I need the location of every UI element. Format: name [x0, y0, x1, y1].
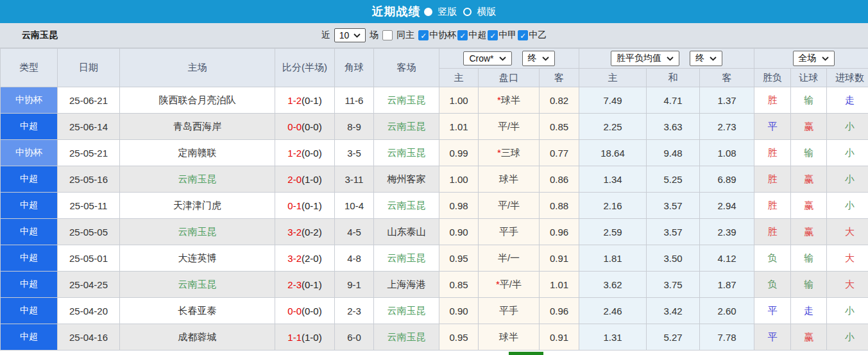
- handicap-cell: 平/半: [479, 114, 540, 140]
- avg-header-group: 胜平负均值 终: [579, 49, 754, 69]
- score-cell[interactable]: 0-1(0-1): [275, 193, 335, 219]
- league-checkbox[interactable]: ✓: [418, 30, 429, 40]
- avg-away-cell: 1.87: [700, 272, 754, 298]
- odds-time-left-value: 终: [528, 53, 537, 64]
- avg-type-select-value: 胜平负均值: [617, 53, 661, 64]
- home-team-cell[interactable]: 云南玉昆: [120, 272, 275, 298]
- col-header-avg-home: 主: [579, 69, 647, 87]
- fulltime-score: 3-2: [287, 253, 302, 264]
- fulltime-score: 0-0: [287, 121, 302, 132]
- score-cell[interactable]: 0-0(0-0): [275, 298, 335, 324]
- handicap-result-cell: 赢: [791, 114, 827, 140]
- away-team-cell[interactable]: 梅州客家: [374, 166, 439, 193]
- bookmaker-select-value: Crow*: [469, 53, 493, 64]
- home-team-cell[interactable]: 云南玉昆: [120, 219, 275, 245]
- scope-select-value: 全场: [799, 53, 817, 64]
- league-badge: 中超: [1, 298, 58, 324]
- odds-home-cell: 1.00: [439, 87, 479, 114]
- odds-time-select-right[interactable]: 终: [690, 51, 722, 66]
- handicap-value: 三球: [501, 147, 520, 158]
- team-name: 云南玉昆: [22, 30, 58, 41]
- league-badge: 中超: [1, 219, 58, 245]
- handicap-result-cell: 走: [791, 298, 827, 324]
- league-checkbox-label: 中乙: [529, 30, 547, 41]
- home-team-cell[interactable]: 定南赣联: [120, 140, 275, 166]
- match-row: 中协杯25-05-21定南赣联1-2(0-0)3-5云南玉昆0.99*三球0.7…: [1, 140, 868, 166]
- table-header: 类型 日期 主场 比分(半场) 角球 客场 Crow* 终: [1, 49, 868, 87]
- col-header-result: 胜负: [754, 69, 791, 87]
- away-team-cell[interactable]: 山东泰山: [374, 219, 439, 245]
- halftime-score: (0-0): [302, 121, 322, 132]
- recent-results-panel: 近期战绩 竖版 横版 云南玉昆 近 10 场 同主 ✓中协杯✓中超✓中甲✓中乙: [0, 0, 868, 355]
- handicap-result-cell: 赢: [791, 166, 827, 193]
- home-team-cell[interactable]: 云南玉昆: [120, 166, 275, 193]
- avg-home-cell: 2.59: [579, 219, 647, 245]
- odds-time-select-left[interactable]: 终: [522, 51, 555, 66]
- col-header-odds-home: 主: [439, 69, 479, 87]
- score-cell[interactable]: 1-1(1-0): [275, 324, 335, 351]
- away-team-cell[interactable]: 云南玉昆: [374, 140, 439, 166]
- away-team-cell[interactable]: 云南玉昆: [374, 87, 439, 114]
- away-team-cell[interactable]: 云南玉昆: [374, 324, 439, 351]
- bookmaker-select[interactable]: Crow*: [463, 51, 511, 65]
- vertical-layout-label[interactable]: 竖版: [438, 6, 457, 18]
- halftime-score: (0-1): [302, 95, 322, 106]
- results-tbody: 中协杯25-06-21陕西联合月亮泊队1-2(0-1)11-6云南玉昆1.00*…: [1, 87, 868, 351]
- odds-away-cell: 1.01: [540, 272, 579, 298]
- fulltime-score: 3-2: [287, 227, 302, 238]
- league-checkbox[interactable]: ✓: [518, 30, 528, 40]
- odds-home-cell: 0.95: [439, 324, 479, 351]
- away-team-cell[interactable]: 上海海港: [374, 272, 439, 298]
- score-cell[interactable]: 2-3(0-1): [275, 272, 335, 298]
- horizontal-layout-label[interactable]: 横版: [477, 6, 497, 18]
- score-cell[interactable]: 1-2(0-1): [275, 87, 335, 114]
- score-cell[interactable]: 0-0(0-0): [275, 114, 335, 140]
- avg-home-cell: 2.46: [579, 298, 647, 324]
- corner-cell: 9-1: [335, 272, 374, 298]
- away-team-cell[interactable]: 云南玉昆: [374, 193, 439, 219]
- goals-cell: 走: [827, 87, 868, 114]
- halftime-score: (1-0): [302, 174, 322, 185]
- home-team-cell[interactable]: 青岛西海岸: [120, 114, 275, 140]
- halftime-score: (0-0): [302, 148, 322, 159]
- same-home-checkbox[interactable]: [382, 30, 393, 40]
- corner-cell: 3-11: [335, 166, 374, 193]
- away-team-cell[interactable]: 云南玉昆: [374, 298, 439, 324]
- score-cell[interactable]: 3-2(0-2): [275, 219, 335, 245]
- match-count-select[interactable]: 10: [334, 28, 366, 42]
- score-cell[interactable]: 1-2(0-0): [275, 140, 335, 166]
- league-checkbox[interactable]: ✓: [457, 30, 468, 40]
- bottom-green-bar: [509, 352, 543, 355]
- date-cell: 25-05-11: [58, 193, 120, 219]
- same-home-label: 同主: [396, 30, 414, 41]
- home-team-cell[interactable]: 长春亚泰: [120, 298, 275, 324]
- odds-away-cell: 0.85: [540, 114, 579, 140]
- corner-cell: 4-8: [335, 245, 374, 272]
- score-cell[interactable]: 2-0(1-0): [275, 166, 335, 193]
- home-team-cell[interactable]: 成都蓉城: [120, 324, 275, 351]
- odds-home-cell: 0.98: [439, 193, 479, 219]
- away-team-cell[interactable]: 云南玉昆: [374, 245, 439, 272]
- handicap-cell: 球半: [479, 166, 540, 193]
- league-checkbox[interactable]: ✓: [488, 30, 498, 40]
- col-header-corner: 角球: [335, 49, 374, 87]
- avg-away-cell: 4.12: [700, 245, 754, 272]
- games-label: 场: [370, 30, 379, 41]
- avg-type-select[interactable]: 胜平负均值: [611, 51, 679, 66]
- home-team-cell[interactable]: 陕西联合月亮泊队: [120, 87, 275, 114]
- halftime-score: (1-0): [302, 332, 322, 343]
- scope-select[interactable]: 全场: [793, 51, 835, 66]
- home-team-cell[interactable]: 天津津门虎: [120, 193, 275, 219]
- vertical-layout-radio[interactable]: [424, 8, 432, 16]
- date-cell: 25-05-05: [58, 219, 120, 245]
- corner-cell: 3-5: [335, 140, 374, 166]
- col-header-home: 主场: [120, 49, 275, 87]
- home-team-cell[interactable]: 大连英博: [120, 245, 275, 272]
- date-cell: 25-04-25: [58, 272, 120, 298]
- horizontal-layout-radio[interactable]: [463, 8, 472, 16]
- score-cell[interactable]: 3-2(2-0): [275, 245, 335, 272]
- date-cell: 25-05-21: [58, 140, 120, 166]
- away-team-cell[interactable]: 云南玉昆: [374, 114, 439, 140]
- result-cell: 负: [754, 245, 791, 272]
- fulltime-score: 2-0: [287, 174, 302, 185]
